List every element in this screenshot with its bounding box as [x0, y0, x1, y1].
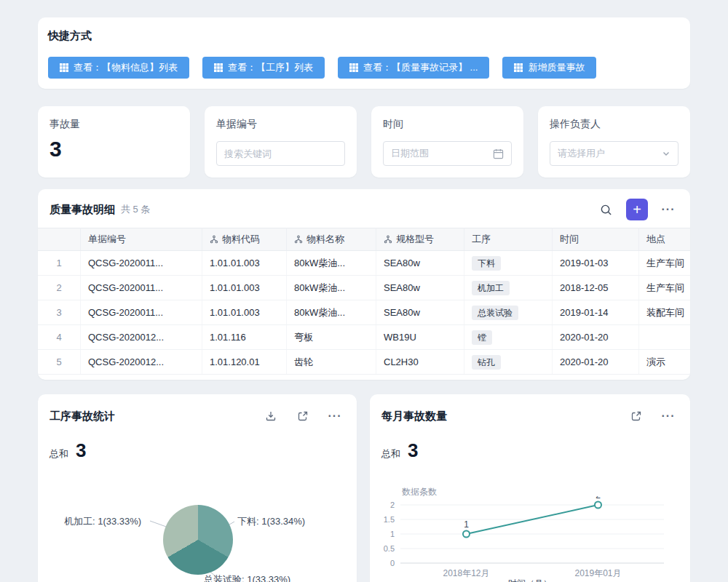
table-row[interactable]: 2QCSG-2020011...1.01.01.00380kW柴油...SEA8…: [38, 276, 690, 300]
table-search-button[interactable]: [596, 199, 616, 220]
svg-text:0: 0: [390, 559, 395, 567]
col-material-name[interactable]: 物料名称: [287, 228, 376, 251]
ellipsis-icon: ···: [662, 203, 676, 216]
monthly-accident-card: 每月事故数量 ··· 总和 3 数据条数 00.511.522018年12月20…: [370, 394, 690, 582]
pie-total-label: 总和: [50, 447, 68, 461]
process-tag: 镗: [472, 330, 492, 345]
table-title: 质量事故明细: [50, 203, 115, 217]
cell-place: 生产车间: [639, 276, 691, 300]
pie-total-value: 3: [76, 441, 86, 460]
col-place[interactable]: 地点: [639, 228, 691, 251]
cell-material-code: 1.01.01.003: [202, 251, 287, 276]
svg-text:2019年01月: 2019年01月: [574, 568, 621, 578]
shortcut-button-row: 查看：【物料信息】列表 查看：【工序】列表 查看：【质量事故记录】 ... 新增…: [48, 57, 609, 79]
shortcut-view-accident-record-button[interactable]: 查看：【质量事故记录】 ...: [338, 57, 489, 79]
col-process[interactable]: 工序: [464, 228, 553, 251]
user-select-placeholder: 请选择用户: [558, 147, 605, 160]
doc-number-label: 单据编号: [216, 118, 345, 131]
chart-more-button[interactable]: ···: [658, 406, 678, 426]
process-tag: 钻孔: [472, 355, 501, 370]
cell-time: 2019-01-03: [553, 251, 639, 276]
col-time[interactable]: 时间: [553, 228, 639, 251]
expand-button[interactable]: [293, 406, 313, 426]
cell-material-name: 弯板: [287, 325, 376, 350]
shortcut-button-label: 查看：【质量事故记录】 ...: [363, 61, 478, 74]
grid-icon: [214, 63, 223, 72]
process-tag: 下料: [472, 256, 501, 271]
cell-material-name: 80kW柴油...: [287, 276, 376, 300]
cell-doc-no: QCSG-2020012...: [81, 350, 202, 375]
col-doc-no[interactable]: 单据编号: [81, 228, 202, 251]
operator-filter-label: 操作负责人: [550, 118, 678, 131]
cell-time: 2018-12-05: [553, 276, 639, 300]
line-chart-svg[interactable]: 00.511.522018年12月2019年01月12: [376, 496, 684, 582]
pie-chart[interactable]: [163, 505, 233, 575]
cell-spec: SEA80w: [376, 300, 464, 325]
row-index: 2: [38, 276, 81, 300]
accident-table: 单据编号 物料代码 物料名称 规格型号 工序 时间 地点 事故内容 操作负责人 …: [38, 228, 690, 375]
cell-process: 下料: [464, 251, 553, 276]
shortcut-add-accident-button[interactable]: 新增质量事故: [502, 57, 596, 79]
pie-card-title: 工序事故统计: [50, 410, 115, 423]
grid-icon: [60, 63, 68, 72]
cell-spec: WB19U: [376, 325, 464, 350]
cell-time: 2020-01-20: [553, 350, 639, 375]
cell-time: 2019-01-14: [553, 300, 639, 325]
cell-material-code: 1.01.116: [202, 325, 287, 350]
lookup-icon: [384, 235, 392, 244]
shortcut-button-label: 查看：【物料信息】列表: [74, 61, 178, 74]
accident-count-value: 3: [50, 138, 178, 160]
lookup-icon: [294, 235, 303, 244]
row-index: 3: [38, 300, 81, 325]
expand-icon: [630, 410, 642, 422]
time-filter-card: 时间 日期范围: [371, 106, 523, 178]
table-more-button[interactable]: ···: [658, 199, 678, 220]
user-select[interactable]: 请选择用户: [550, 141, 678, 166]
svg-text:1: 1: [390, 530, 395, 538]
cell-process: 钻孔: [464, 350, 553, 375]
ellipsis-icon: ···: [328, 410, 342, 423]
add-record-button[interactable]: +: [626, 199, 648, 220]
shortcut-view-process-list-button[interactable]: 查看：【工序】列表: [202, 57, 325, 79]
process-stat-card: 工序事故统计 ··· 总和 3 机加工: 1(33.33%): [38, 394, 357, 582]
table-row[interactable]: 5QCSG-2020012...1.01.120.01齿轮CL2H30钻孔202…: [38, 350, 690, 375]
row-index: 4: [38, 325, 81, 350]
accident-count-label: 事故量: [50, 118, 178, 131]
col-material-code[interactable]: 物料代码: [202, 228, 287, 251]
ellipsis-icon: ···: [662, 410, 676, 423]
line-total-label: 总和: [381, 447, 400, 461]
col-spec[interactable]: 规格型号: [376, 228, 464, 251]
shortcut-button-label: 新增质量事故: [528, 61, 585, 74]
accident-table-body: 1QCSG-2020011...1.01.01.00380kW柴油...SEA8…: [38, 251, 690, 375]
cell-place: [639, 325, 691, 350]
grid-icon: [514, 63, 523, 72]
calendar-icon: [493, 148, 504, 159]
svg-text:1.5: 1.5: [384, 515, 395, 524]
chart-more-button[interactable]: ···: [325, 406, 345, 426]
col-index: [38, 228, 81, 251]
date-range-input[interactable]: 日期范围: [383, 141, 512, 166]
accident-detail-card: 质量事故明细 共 5 条 + ··· 单据编号 物料代码 物料名称 规格型号 工…: [38, 189, 690, 380]
svg-text:2: 2: [390, 501, 395, 509]
line-card-title: 每月事故数量: [381, 410, 447, 423]
table-row[interactable]: 1QCSG-2020011...1.01.01.00380kW柴油...SEA8…: [38, 251, 690, 276]
table-row[interactable]: 4QCSG-2020012...1.01.116弯板WB19U镗2020-01-…: [38, 325, 690, 350]
lookup-icon: [210, 235, 218, 244]
export-button[interactable]: [261, 406, 281, 426]
table-row[interactable]: 3QCSG-2020011...1.01.01.00380kW柴油...SEA8…: [38, 300, 690, 325]
line-total-value: 3: [408, 441, 418, 460]
doc-number-search-input[interactable]: [216, 141, 345, 166]
cell-spec: SEA80w: [376, 276, 464, 300]
shortcuts-card: 快捷方式 查看：【物料信息】列表 查看：【工序】列表 查看：【质量事故记录】 .…: [38, 17, 690, 89]
cell-spec: CL2H30: [376, 350, 464, 375]
operator-filter-card: 操作负责人 请选择用户: [538, 106, 690, 178]
process-tag: 总装试验: [472, 306, 518, 320]
cell-doc-no: QCSG-2020012...: [81, 325, 202, 350]
process-tag: 机加工: [472, 281, 510, 295]
cell-time: 2020-01-20: [553, 325, 639, 350]
export-icon: [265, 410, 277, 422]
shortcut-view-material-list-button[interactable]: 查看：【物料信息】列表: [48, 57, 189, 79]
cell-place: 生产车间: [639, 251, 691, 276]
expand-button[interactable]: [626, 406, 646, 426]
row-index: 5: [38, 350, 81, 375]
